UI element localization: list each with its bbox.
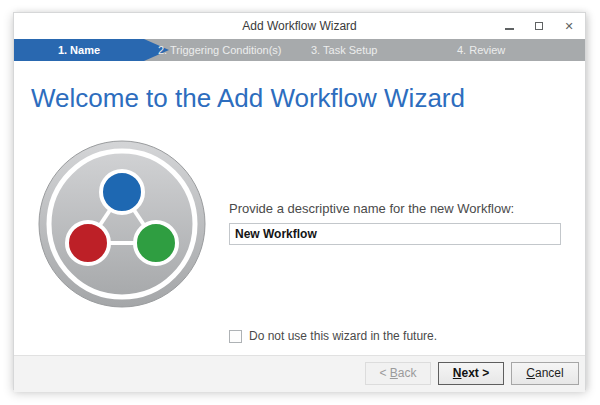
page-title: Welcome to the Add Workflow Wizard <box>31 83 465 114</box>
skip-wizard-option[interactable]: Do not use this wizard in the future. <box>229 328 437 344</box>
minimize-button[interactable] <box>503 20 515 32</box>
logo-blue-node <box>101 171 143 213</box>
next-button[interactable]: Next > <box>438 362 504 385</box>
close-button[interactable]: ✕ <box>563 20 575 32</box>
workflow-name-input[interactable] <box>229 223 561 245</box>
add-workflow-wizard-dialog: Add Workflow Wizard ✕ 1. Name 2. Trigger… <box>13 12 586 390</box>
close-icon: ✕ <box>564 21 573 32</box>
workflow-name-label: Provide a descriptive name for the new W… <box>229 201 514 216</box>
minimize-icon <box>505 28 514 30</box>
window-controls: ✕ <box>503 13 575 39</box>
cancel-button[interactable]: Cancel <box>511 362 579 385</box>
logo-red-node <box>67 222 109 264</box>
step-2-triggering-conditions[interactable]: 2. Triggering Condition(s) <box>158 39 282 61</box>
skip-wizard-checkbox[interactable] <box>229 330 242 343</box>
title-bar: Add Workflow Wizard ✕ <box>14 13 585 39</box>
step-1-name[interactable]: 1. Name <box>14 39 144 61</box>
workflow-logo-icon <box>38 140 206 308</box>
logo-green-node <box>135 222 177 264</box>
skip-wizard-label: Do not use this wizard in the future. <box>249 329 437 343</box>
step-4-review[interactable]: 4. Review <box>457 39 505 61</box>
footer-bar: < Back Next > Cancel <box>14 355 585 392</box>
wizard-step-bar: 1. Name 2. Triggering Condition(s) 3. Ta… <box>14 39 585 61</box>
back-button: < Back <box>365 362 431 385</box>
maximize-icon <box>535 22 543 30</box>
window-title: Add Workflow Wizard <box>14 13 585 39</box>
step-3-task-setup[interactable]: 3. Task Setup <box>311 39 377 61</box>
maximize-button[interactable] <box>533 20 545 32</box>
